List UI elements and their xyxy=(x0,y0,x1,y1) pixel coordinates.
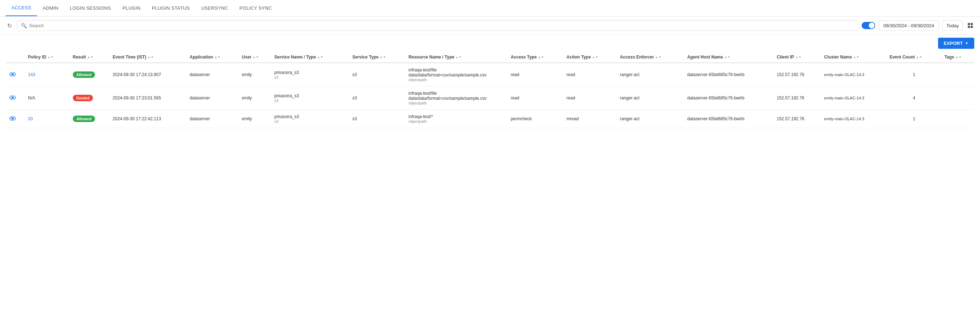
cell-tags xyxy=(942,63,974,86)
col-header-access-enforcer[interactable]: Access Enforcer ▲▼ xyxy=(617,52,684,63)
access-log-table: Policy ID ▲▼ Result ▲▼ Event Time (IST) … xyxy=(6,52,974,128)
nav-item-admin[interactable]: ADMIN xyxy=(37,0,64,16)
export-arrow-icon: ▼ xyxy=(965,41,969,45)
export-button[interactable]: EXPORT ▼ xyxy=(938,38,974,49)
search-icon: 🔍 xyxy=(21,22,27,28)
col-header-policy-id[interactable]: Policy ID ▲▼ xyxy=(25,52,70,63)
col-header-event-time[interactable]: Event Time (IST) ▲▼ xyxy=(110,52,187,63)
cell-cluster-name: emily-main-OLAC-14.3 xyxy=(821,63,887,86)
row-eye-button[interactable] xyxy=(9,115,16,123)
cell-agent-host-name: dataserver-65bd685c76-bwlrb xyxy=(684,63,774,86)
svg-point-3 xyxy=(11,97,14,99)
col-header-action-type[interactable]: Action Type ▲▼ xyxy=(563,52,617,63)
table-header-row: Policy ID ▲▼ Result ▲▼ Event Time (IST) … xyxy=(6,52,974,63)
row-eye-button[interactable] xyxy=(9,71,16,78)
table-row: 143Allowed2024-09-30 17:24:13.907dataser… xyxy=(6,63,974,86)
col-header-service-name-type[interactable]: Service Name / Type ▲▼ xyxy=(272,52,349,63)
table-row: N/ADenied2024-09-30 17:23:01.565dataserv… xyxy=(6,86,974,110)
svg-point-5 xyxy=(11,117,14,120)
col-header-cluster-name[interactable]: Cluster Name ▲▼ xyxy=(821,52,887,63)
col-header-application[interactable]: Application ▲▼ xyxy=(187,52,239,63)
cell-resource-name-type: infraqa-test/file data/data/format=csv/s… xyxy=(406,86,508,110)
cell-service-type: s3 xyxy=(349,63,406,86)
cell-policy-id[interactable]: 143 xyxy=(25,63,70,86)
top-navigation: ACCESS ADMIN LOGIN SESSIONS PLUGIN PLUGI… xyxy=(0,0,980,16)
nav-item-usersync[interactable]: USERSYNC xyxy=(196,0,234,16)
cell-client-ip: 152.57.192.76 xyxy=(774,63,821,86)
refresh-button[interactable]: ↻ xyxy=(6,21,13,30)
cell-policy-id: N/A xyxy=(25,86,70,110)
nav-item-policy-sync[interactable]: POLICY SYNC xyxy=(234,0,278,16)
cell-service-type: s3 xyxy=(349,110,406,128)
table-row: 20Allowed2024-09-30 17:22:42.113dataserv… xyxy=(6,110,974,128)
col-header-eye xyxy=(6,52,25,63)
col-header-resource-name-type[interactable]: Resource Name / Type ▲▼ xyxy=(406,52,508,63)
table-container: Policy ID ▲▼ Result ▲▼ Event Time (IST) … xyxy=(0,52,980,128)
cell-policy-id[interactable]: 20 xyxy=(25,110,70,128)
cell-service-name-type: privacera_s3s3 xyxy=(272,86,349,110)
toggle-switch[interactable] xyxy=(862,22,875,29)
col-header-client-ip[interactable]: Client IP ▲▼ xyxy=(774,52,821,63)
cell-application: dataserver xyxy=(187,110,239,128)
row-eye-button[interactable] xyxy=(9,94,16,102)
column-toggle-button[interactable] xyxy=(966,22,974,29)
cell-cluster-name: emily-main-OLAC-14.3 xyxy=(821,110,887,128)
cell-resource-name-type: infraqa-test/file data/data/format=csv/s… xyxy=(406,63,508,86)
cell-event-time: 2024-09-30 17:23:01.565 xyxy=(110,86,187,110)
nav-item-login-sessions[interactable]: LOGIN SESSIONS xyxy=(64,0,117,16)
col-header-agent-host-name[interactable]: Agent Host Name ▲▼ xyxy=(684,52,774,63)
cell-action-type: read xyxy=(563,86,617,110)
cell-event-count: 4 xyxy=(887,86,942,110)
cell-user: emily xyxy=(239,110,271,128)
nav-item-plugin-status[interactable]: PLUGIN STATUS xyxy=(146,0,196,16)
cell-access-enforcer: ranger-acl xyxy=(617,63,684,86)
col-header-result[interactable]: Result ▲▼ xyxy=(70,52,110,63)
cell-result: Denied xyxy=(70,86,110,110)
cell-agent-host-name: dataserver-65bd685c76-bwlrb xyxy=(684,86,774,110)
cell-access-enforcer: ranger-acl xyxy=(617,110,684,128)
col-header-service-type[interactable]: Service Type ▲▼ xyxy=(349,52,406,63)
search-container: 🔍 xyxy=(17,20,858,31)
cell-tags xyxy=(942,110,974,128)
cell-application: dataserver xyxy=(187,86,239,110)
cell-service-name-type: privacera_s3s3 xyxy=(272,63,349,86)
cell-result: Allowed xyxy=(70,63,110,86)
export-label: EXPORT xyxy=(944,41,963,46)
cell-event-count: 1 xyxy=(887,63,942,86)
toolbar: ↻ 🔍 09/30/2024 - 09/30/2024 Today xyxy=(0,16,980,35)
cell-result: Allowed xyxy=(70,110,110,128)
col-header-event-count[interactable]: Event Count ▲▼ xyxy=(887,52,942,63)
cell-action-type: mread xyxy=(563,110,617,128)
col-header-user[interactable]: User ▲▼ xyxy=(239,52,271,63)
today-button[interactable]: Today xyxy=(942,21,963,31)
col-header-access-type[interactable]: Access Type ▲▼ xyxy=(508,52,564,63)
cell-user: emily xyxy=(239,63,271,86)
cell-access-type: permcheck xyxy=(508,110,564,128)
cell-event-time: 2024-09-30 17:24:13.907 xyxy=(110,63,187,86)
cell-service-type: s3 xyxy=(349,86,406,110)
nav-item-access[interactable]: ACCESS xyxy=(6,0,37,16)
cell-client-ip: 152.57.192.76 xyxy=(774,86,821,110)
date-range-picker[interactable]: 09/30/2024 - 09/30/2024 xyxy=(879,21,939,31)
cell-access-type: read xyxy=(508,63,564,86)
search-input[interactable] xyxy=(29,23,854,28)
cell-service-name-type: privacera_s3s3 xyxy=(272,110,349,128)
cell-action-type: read xyxy=(563,63,617,86)
cell-user: emily xyxy=(239,86,271,110)
cell-cluster-name: emily-main-OLAC-14.3 xyxy=(821,86,887,110)
cell-application: dataserver xyxy=(187,63,239,86)
cell-client-ip: 152.57.192.76 xyxy=(774,110,821,128)
toggle-container xyxy=(862,22,875,29)
cell-resource-name-type: infraqa-test/*objectpath xyxy=(406,110,508,128)
cell-tags xyxy=(942,86,974,110)
nav-item-plugin[interactable]: PLUGIN xyxy=(116,0,146,16)
col-header-tags[interactable]: Tags ▲▼ xyxy=(942,52,974,63)
cell-agent-host-name: dataserver-65bd685c76-bwlrb xyxy=(684,110,774,128)
cell-access-type: read xyxy=(508,86,564,110)
svg-point-1 xyxy=(11,73,14,75)
cell-event-count: 1 xyxy=(887,110,942,128)
cell-event-time: 2024-09-30 17:22:42.113 xyxy=(110,110,187,128)
export-section: EXPORT ▼ xyxy=(0,35,980,52)
cell-access-enforcer: ranger-acl xyxy=(617,86,684,110)
